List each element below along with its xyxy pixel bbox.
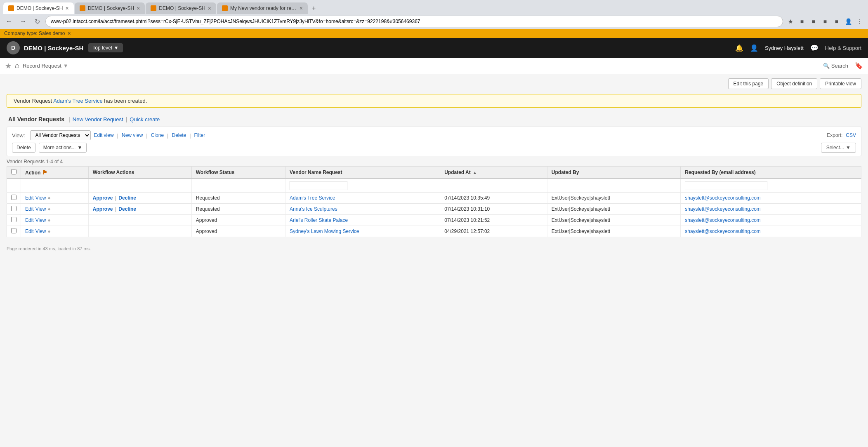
edit-link-3[interactable]: Edit: [25, 217, 34, 223]
view-title: All Vendor Requests: [8, 116, 64, 122]
user-icon[interactable]: 👤: [750, 44, 758, 52]
extension-icon-2[interactable]: ■: [809, 16, 818, 26]
company-banner-close[interactable]: ×: [67, 30, 71, 37]
updated-by-cell-1: ExtUser|Sockeye|shayslett: [547, 193, 680, 204]
view-header: All Vendor Requests | New Vendor Request…: [7, 116, 861, 122]
select-all-header: [7, 167, 21, 179]
tab-1[interactable]: DEMO | Sockeye-SH ×: [3, 2, 74, 14]
new-vendor-request-link[interactable]: New Vendor Request: [73, 116, 123, 122]
chat-icon[interactable]: 💬: [810, 44, 818, 52]
clone-link[interactable]: Clone: [151, 132, 164, 138]
header-actions: 🔔 👤 Sydney Hayslett 💬 Help & Support: [735, 44, 861, 52]
view-link-2[interactable]: View: [35, 206, 46, 212]
back-button[interactable]: ←: [3, 16, 15, 27]
breadcrumb[interactable]: Record Request ▼: [23, 63, 68, 69]
view-link-3[interactable]: View: [35, 217, 46, 223]
delete-button[interactable]: Delete: [12, 143, 35, 153]
tab-close-1[interactable]: ×: [65, 5, 68, 12]
extension-icon-3[interactable]: ■: [820, 16, 830, 26]
tab-title-2: DEMO | Sockeye-SH: [88, 5, 134, 11]
tab-close-4[interactable]: ×: [300, 5, 303, 12]
view-select-dropdown[interactable]: All Vendor Requests: [30, 130, 91, 140]
more-actions-button[interactable]: More actions... ▼: [39, 143, 87, 153]
updated-by-column-header: Updated By: [547, 167, 680, 179]
approve-link-1[interactable]: Approve: [93, 195, 113, 201]
top-level-button[interactable]: Top level ▼: [88, 43, 123, 52]
new-view-link[interactable]: New view: [122, 132, 143, 138]
printable-view-button[interactable]: Printable view: [820, 78, 861, 89]
menu-icon[interactable]: ⋮: [855, 16, 865, 26]
bookmark-star-icon[interactable]: ★: [785, 16, 795, 26]
table-row: EditView●Approve | DeclineRequestedAdam'…: [7, 193, 861, 204]
row-checkbox-4[interactable]: [11, 228, 17, 233]
workflow-status-cell-1: Requested: [191, 193, 285, 204]
page-bookmark-icon[interactable]: 🔖: [855, 62, 863, 70]
tab-3[interactable]: DEMO | Sockeye-SH ×: [146, 2, 216, 14]
select-caret: ▼: [846, 145, 851, 151]
vendor-table: Action ⚑ Workflow Actions Workflow Statu…: [7, 166, 861, 237]
email-link-1[interactable]: shayslett@sockeyeconsulting.com: [685, 195, 761, 201]
export-csv-link[interactable]: CSV: [846, 132, 856, 138]
tab-favicon-3: [151, 5, 156, 11]
delete-view-link[interactable]: Delete: [172, 132, 186, 138]
refresh-button[interactable]: ↻: [31, 16, 43, 27]
address-bar-input[interactable]: [45, 16, 783, 27]
page-actions: Edit this page Object definition Printab…: [0, 74, 868, 91]
email-link-3[interactable]: shayslett@sockeyeconsulting.com: [685, 217, 761, 223]
email-link-4[interactable]: shayslett@sockeyeconsulting.com: [685, 228, 761, 234]
favorites-star-icon[interactable]: ★: [5, 61, 12, 71]
tab-2[interactable]: DEMO | Sockeye-SH ×: [75, 2, 145, 14]
quick-create-link[interactable]: Quick create: [130, 116, 160, 122]
edit-link-4[interactable]: Edit: [25, 228, 34, 234]
home-icon[interactable]: ⌂: [15, 61, 19, 70]
requested-by-filter-input[interactable]: [685, 181, 767, 190]
vendor-link-1[interactable]: Adam's Tree Service: [290, 195, 335, 201]
extension-icon-4[interactable]: ■: [832, 16, 842, 26]
updated-at-column-header[interactable]: Updated At ▲: [440, 167, 547, 179]
edit-link-1[interactable]: Edit: [25, 195, 34, 201]
vendor-link-3[interactable]: Ariel's Roller Skate Palace: [290, 217, 348, 223]
table-row: EditView●ApprovedAriel's Roller Skate Pa…: [7, 215, 861, 226]
workflow-status-column-header: Workflow Status: [191, 167, 285, 179]
forward-button[interactable]: →: [17, 16, 29, 27]
row-checkbox-1[interactable]: [11, 195, 17, 200]
vendor-link-2[interactable]: Anna's Ice Sculptures: [290, 206, 337, 212]
notification-prefix: Vendor Request: [14, 98, 53, 104]
edit-page-button[interactable]: Edit this page: [728, 78, 769, 89]
email-link-2[interactable]: shayslett@sockeyeconsulting.com: [685, 206, 761, 212]
view-link-1[interactable]: View: [35, 195, 46, 201]
tab-favicon-2: [80, 5, 85, 11]
company-banner: Company type: Sales demo ×: [0, 29, 868, 38]
action-row: Delete More actions... ▼ Select... ▼: [12, 143, 856, 153]
select-button[interactable]: Select... ▼: [821, 143, 856, 153]
notifications-icon[interactable]: 🔔: [735, 44, 743, 52]
workflow-status-cell-2: Requested: [191, 204, 285, 215]
notification-vendor-link[interactable]: Adam's Tree Service: [53, 98, 103, 104]
tab-favicon-4: [222, 5, 228, 11]
help-support-link[interactable]: Help & Support: [825, 45, 861, 51]
select-all-checkbox[interactable]: [11, 169, 17, 174]
table-header-row: Action ⚑ Workflow Actions Workflow Statu…: [7, 167, 861, 179]
decline-link-1[interactable]: Decline: [118, 195, 136, 201]
tab-close-2[interactable]: ×: [137, 5, 140, 12]
object-definition-button[interactable]: Object definition: [771, 78, 817, 89]
edit-view-link[interactable]: Edit view: [94, 132, 114, 138]
new-tab-button[interactable]: +: [309, 3, 319, 14]
select-label: Select...: [826, 145, 844, 151]
vendor-link-4[interactable]: Sydney's Lawn Mowing Service: [290, 228, 359, 234]
approve-link-2[interactable]: Approve: [93, 206, 113, 212]
view-link-4[interactable]: View: [35, 228, 46, 234]
decline-link-2[interactable]: Decline: [118, 206, 136, 212]
row-checkbox-2[interactable]: [11, 206, 17, 211]
tab-close-3[interactable]: ×: [208, 5, 211, 12]
profile-icon[interactable]: 👤: [843, 16, 853, 26]
extension-icon-1[interactable]: ■: [797, 16, 807, 26]
tab-4[interactable]: My New vendor ready for review! - ... ×: [217, 2, 308, 14]
vendor-name-filter-input[interactable]: [290, 181, 347, 190]
row-dot-2: ●: [47, 206, 50, 212]
edit-link-2[interactable]: Edit: [25, 206, 34, 212]
filter-link[interactable]: Filter: [194, 132, 205, 138]
search-button[interactable]: 🔍 Search: [823, 63, 848, 69]
breadcrumb-caret: ▼: [63, 63, 68, 69]
row-checkbox-3[interactable]: [11, 217, 17, 222]
